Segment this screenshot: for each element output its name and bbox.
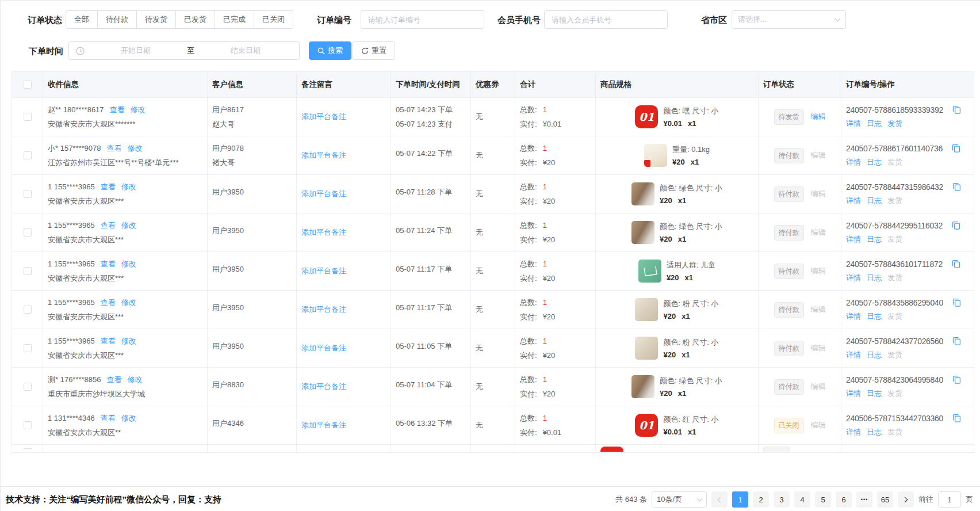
edit-order-link[interactable]: 编辑	[811, 343, 826, 353]
edit-order-link[interactable]: 编辑	[811, 150, 826, 161]
copy-icon[interactable]	[952, 221, 960, 230]
page-button-6[interactable]: 6	[836, 491, 852, 508]
ship-link[interactable]: 发货	[887, 119, 902, 129]
log-link[interactable]: 日志	[867, 311, 882, 322]
log-link[interactable]: 日志	[867, 350, 882, 360]
edit-order-link[interactable]: 编辑	[811, 227, 826, 238]
reset-button[interactable]: 重置	[353, 41, 395, 60]
detail-link[interactable]: 详情	[846, 119, 861, 129]
row-checkbox[interactable]	[24, 383, 32, 391]
ship-link[interactable]: 发货	[887, 234, 902, 245]
modify-address-link[interactable]: 修改	[121, 259, 136, 269]
ship-link[interactable]: 发货	[887, 427, 902, 437]
detail-link[interactable]: 详情	[846, 234, 861, 245]
add-platform-remark-link[interactable]: 添加平台备注	[301, 227, 386, 238]
filter-status-pending-payment[interactable]: 待付款	[97, 10, 137, 29]
view-address-link[interactable]: 查看	[107, 143, 122, 154]
copy-icon[interactable]	[952, 105, 961, 114]
ship-link[interactable]: 发货	[887, 273, 902, 283]
add-platform-remark-link[interactable]: 添加平台备注	[301, 150, 386, 161]
log-link[interactable]: 日志	[867, 234, 882, 245]
modify-address-link[interactable]: 修改	[121, 220, 136, 231]
detail-link[interactable]: 详情	[846, 157, 861, 167]
ship-link[interactable]: 发货	[887, 196, 902, 206]
row-checkbox[interactable]	[24, 113, 32, 121]
row-checkbox[interactable]	[24, 421, 32, 429]
view-address-link[interactable]: 查看	[101, 259, 116, 269]
copy-icon[interactable]	[952, 182, 961, 191]
filter-status-pending-shipment[interactable]: 待发货	[136, 10, 176, 29]
row-checkbox[interactable]	[24, 306, 32, 314]
edit-order-link[interactable]: 编辑	[811, 266, 826, 276]
log-link[interactable]: 日志	[867, 388, 882, 399]
log-link[interactable]: 日志	[867, 196, 882, 206]
modify-address-link[interactable]: 修改	[128, 375, 143, 385]
log-link[interactable]: 日志	[867, 273, 882, 283]
modify-address-link[interactable]: 修改	[121, 413, 136, 424]
ship-link[interactable]: 发货	[887, 350, 902, 360]
log-link[interactable]: 日志	[867, 157, 882, 167]
page-button-3[interactable]: 3	[774, 491, 790, 508]
detail-link[interactable]: 详情	[846, 427, 861, 437]
view-address-link[interactable]: 查看	[107, 375, 122, 385]
edit-order-link[interactable]: 编辑	[811, 382, 826, 392]
row-checkbox[interactable]	[24, 228, 32, 237]
filter-status-closed[interactable]: 已关闭	[254, 10, 293, 29]
ship-link[interactable]: 发货	[887, 157, 902, 167]
edit-order-link[interactable]: 编辑	[811, 420, 826, 430]
add-platform-remark-link[interactable]: 添加平台备注	[301, 343, 386, 353]
row-checkbox[interactable]	[24, 190, 32, 198]
detail-link[interactable]: 详情	[846, 196, 861, 206]
copy-icon[interactable]	[952, 260, 960, 268]
view-address-link[interactable]: 查看	[110, 105, 125, 115]
row-checkbox[interactable]	[24, 151, 32, 159]
page-button-1[interactable]: 1	[732, 491, 748, 508]
copy-icon[interactable]	[952, 375, 961, 384]
log-link[interactable]: 日志	[867, 427, 882, 437]
select-all-checkbox[interactable]	[24, 81, 32, 89]
edit-order-link[interactable]: 编辑	[811, 112, 826, 122]
modify-address-link[interactable]: 修改	[131, 105, 146, 115]
add-platform-remark-link[interactable]: 添加平台备注	[301, 382, 386, 392]
view-address-link[interactable]: 查看	[101, 413, 116, 424]
modify-address-link[interactable]: 修改	[121, 182, 136, 192]
view-address-link[interactable]: 查看	[101, 220, 116, 231]
page-button-65[interactable]: 65	[877, 491, 893, 508]
edit-order-link[interactable]: 编辑	[811, 304, 826, 315]
view-address-link[interactable]: 查看	[101, 182, 116, 192]
add-platform-remark-link[interactable]: 添加平台备注	[301, 112, 386, 122]
region-select[interactable]: 请选择...	[732, 10, 846, 29]
add-platform-remark-link[interactable]: 添加平台备注	[301, 266, 386, 276]
edit-order-link[interactable]: 编辑	[811, 189, 826, 199]
detail-link[interactable]: 详情	[846, 388, 861, 399]
order-no-input[interactable]	[361, 10, 484, 29]
page-size-select[interactable]: 10条/页	[652, 491, 707, 508]
filter-status-shipped[interactable]: 已发货	[175, 10, 215, 29]
view-address-link[interactable]: 查看	[101, 336, 116, 346]
order-time-range-picker[interactable]: 开始日期 至 结束日期	[68, 41, 300, 60]
add-platform-remark-link[interactable]: 添加平台备注	[301, 189, 386, 199]
search-button[interactable]: 搜索	[309, 41, 351, 60]
copy-icon[interactable]	[952, 144, 960, 152]
detail-link[interactable]: 详情	[846, 311, 861, 322]
prev-page-button[interactable]	[711, 491, 728, 508]
next-page-button[interactable]	[898, 491, 914, 508]
ship-link[interactable]: 发货	[887, 311, 902, 322]
modify-address-link[interactable]: 修改	[121, 336, 136, 346]
log-link[interactable]: 日志	[867, 119, 882, 129]
filter-status-completed[interactable]: 已完成	[215, 10, 254, 29]
page-button-5[interactable]: 5	[815, 491, 831, 508]
modify-address-link[interactable]: 修改	[121, 298, 136, 308]
filter-status-all[interactable]: 全部	[66, 10, 98, 29]
copy-icon[interactable]	[952, 298, 961, 307]
detail-link[interactable]: 详情	[846, 350, 861, 360]
add-platform-remark-link[interactable]: 添加平台备注	[301, 420, 386, 430]
page-button-2[interactable]: 2	[753, 491, 769, 508]
add-platform-remark-link[interactable]: 添加平台备注	[301, 304, 386, 315]
page-button-4[interactable]: 4	[794, 491, 810, 508]
member-phone-input[interactable]	[544, 10, 668, 29]
goto-page-input[interactable]	[938, 491, 961, 508]
row-checkbox[interactable]	[24, 344, 32, 352]
view-address-link[interactable]: 查看	[101, 298, 116, 308]
ship-link[interactable]: 发货	[887, 388, 902, 399]
